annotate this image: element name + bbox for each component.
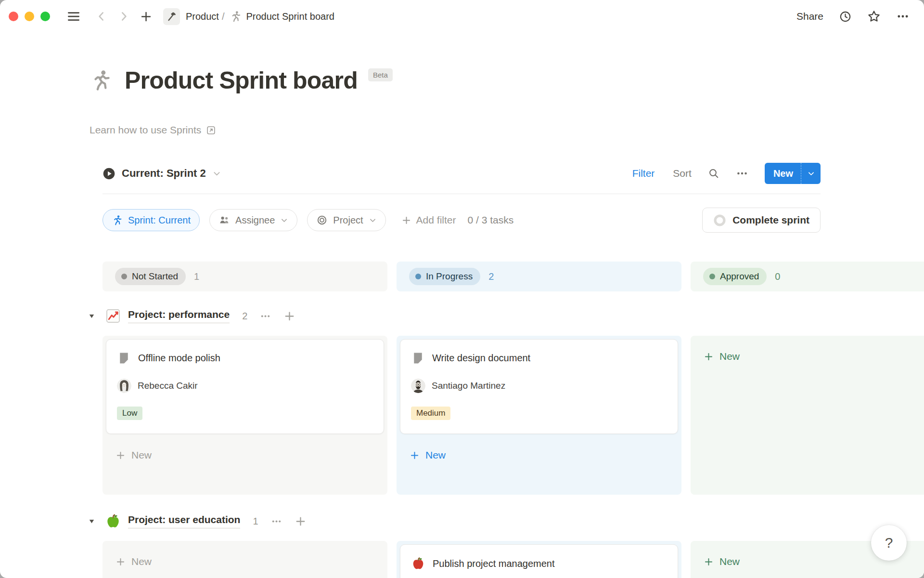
- view-selector[interactable]: Current: Sprint 2: [103, 167, 221, 180]
- add-filter-button[interactable]: Add filter: [401, 214, 456, 226]
- new-label: New: [131, 556, 152, 567]
- priority-badge: Low: [117, 407, 142, 420]
- new-page-icon[interactable]: [140, 10, 153, 23]
- board-column-headers: Not Started 1 In Progress 2 Approved 0: [103, 262, 924, 291]
- cell-in-progress: Write design document: [397, 336, 681, 495]
- sidebar-menu-icon[interactable]: [66, 9, 81, 24]
- help-button[interactable]: ?: [871, 525, 907, 561]
- chevron-down-icon: [369, 216, 377, 224]
- group-title[interactable]: Project: user education: [128, 514, 240, 528]
- chevron-down-icon: [280, 216, 288, 224]
- nav-forward-icon[interactable]: [117, 10, 130, 23]
- chevron-down-icon: [212, 169, 221, 178]
- page-title: Product Sprint board: [125, 66, 358, 94]
- status-dot: [709, 274, 715, 279]
- view-options-icon[interactable]: [736, 167, 748, 180]
- sprint-chip-label: Sprint: Current: [128, 215, 191, 226]
- runner-icon[interactable]: [90, 69, 112, 92]
- complete-sprint-label: Complete sprint: [732, 214, 809, 226]
- new-button[interactable]: New: [765, 163, 801, 184]
- filter-bar: Sprint: Current Assignee Project Add fil…: [103, 208, 821, 233]
- column-count: 1: [194, 271, 199, 282]
- group-add-icon[interactable]: [295, 515, 307, 527]
- document-icon: [117, 351, 131, 365]
- group-header-user-education: Project: user education 1: [88, 508, 924, 534]
- play-circle-icon: [103, 167, 116, 180]
- project-filter-chip[interactable]: Project: [307, 209, 385, 231]
- new-card-button[interactable]: New: [400, 449, 678, 461]
- status-dot: [415, 274, 421, 279]
- status-pill-not-started[interactable]: Not Started: [115, 268, 186, 285]
- complete-sprint-button[interactable]: Complete sprint: [702, 208, 821, 233]
- cell-not-started: New: [103, 541, 387, 578]
- card-publish-project-management[interactable]: Publish project management: [400, 544, 678, 578]
- column-approved: Approved 0: [691, 262, 924, 291]
- group-performance-row: Offline mode polish Rebec: [103, 336, 924, 495]
- plus-icon: [410, 450, 420, 460]
- view-selector-label: Current: Sprint 2: [122, 167, 206, 180]
- search-icon[interactable]: [708, 168, 719, 179]
- new-label: New: [131, 449, 152, 461]
- group-title[interactable]: Project: performance: [128, 309, 230, 323]
- new-card-button[interactable]: New: [694, 351, 924, 362]
- minimize-window-button[interactable]: [25, 12, 34, 21]
- sprint-filter-chip[interactable]: Sprint: Current: [103, 209, 200, 231]
- card-write-design-document[interactable]: Write design document: [400, 339, 678, 434]
- hammer-icon: [163, 8, 180, 25]
- collapse-triangle-icon[interactable]: [88, 518, 95, 525]
- card-offline-mode-polish[interactable]: Offline mode polish Rebec: [106, 339, 384, 434]
- new-label: New: [719, 351, 740, 362]
- assignee-name: Rebecca Cakir: [138, 381, 198, 391]
- new-button-group: New: [765, 163, 821, 184]
- star-icon[interactable]: [867, 10, 881, 23]
- sort-button[interactable]: Sort: [673, 168, 692, 179]
- group-more-icon[interactable]: [260, 311, 271, 322]
- window-titlebar: Product / Product Sprint board Share: [0, 0, 924, 33]
- chart-increasing-icon: [105, 308, 121, 324]
- status-label: In Progress: [426, 271, 473, 282]
- learn-sprints-link[interactable]: Learn how to use Sprints: [90, 124, 216, 136]
- people-icon: [218, 214, 230, 226]
- zoom-window-button[interactable]: [40, 12, 50, 21]
- status-dot: [121, 274, 127, 279]
- new-label: New: [425, 449, 446, 461]
- clock-icon[interactable]: [839, 10, 852, 23]
- sprint-board: Not Started 1 In Progress 2 Approved 0: [103, 262, 924, 578]
- priority-badge: Medium: [411, 407, 450, 420]
- close-window-button[interactable]: [9, 12, 18, 21]
- new-button-dropdown[interactable]: [801, 163, 821, 184]
- group-add-icon[interactable]: [283, 310, 295, 322]
- collapse-triangle-icon[interactable]: [88, 313, 95, 320]
- status-label: Approved: [720, 271, 759, 282]
- nav-back-icon[interactable]: [95, 10, 108, 23]
- column-count: 2: [488, 271, 494, 282]
- group-count: 1: [253, 516, 258, 527]
- group-count: 2: [242, 311, 247, 322]
- breadcrumb-root[interactable]: Product: [186, 11, 219, 22]
- page-header: Product Sprint board Beta Learn how to u…: [0, 33, 924, 136]
- new-card-button[interactable]: New: [106, 556, 384, 567]
- breadcrumb-current[interactable]: Product Sprint board: [246, 11, 334, 22]
- plus-icon: [401, 215, 411, 225]
- new-card-button[interactable]: New: [106, 449, 384, 461]
- group-more-icon[interactable]: [271, 516, 282, 527]
- card-title: Offline mode polish: [138, 353, 220, 364]
- plus-icon: [704, 352, 714, 362]
- project-chip-label: Project: [333, 215, 363, 226]
- cell-approved: New: [691, 336, 924, 495]
- notion-window: Product / Product Sprint board Share Pro…: [0, 0, 924, 578]
- share-button[interactable]: Share: [796, 11, 823, 22]
- column-count: 0: [775, 271, 780, 282]
- plus-icon: [116, 450, 126, 460]
- avatar: [411, 379, 425, 393]
- column-in-progress: In Progress 2: [397, 262, 681, 291]
- status-pill-in-progress[interactable]: In Progress: [409, 268, 480, 285]
- red-apple-icon: [411, 556, 425, 571]
- status-pill-approved[interactable]: Approved: [703, 268, 767, 285]
- beta-badge: Beta: [368, 68, 393, 81]
- task-progress: 0 / 3 tasks: [467, 214, 513, 226]
- assignee-filter-chip[interactable]: Assignee: [209, 209, 297, 231]
- filter-button[interactable]: Filter: [632, 168, 655, 179]
- more-options-icon[interactable]: [896, 10, 910, 23]
- add-filter-label: Add filter: [416, 214, 456, 226]
